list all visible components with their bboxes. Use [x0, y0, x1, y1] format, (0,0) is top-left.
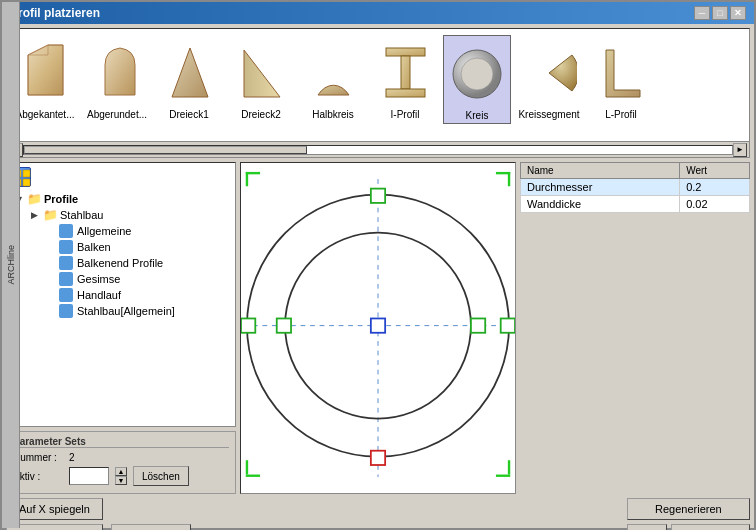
svg-rect-14 [508, 172, 510, 186]
abbrechen-button[interactable]: Abbrechen [671, 524, 750, 530]
gear-icon-allgemeine [59, 224, 73, 238]
canvas-area [240, 162, 516, 494]
profile-label-halbkreis: Halbkreis [312, 109, 354, 120]
profile-label-kreissegment: Kreissegment [518, 109, 579, 120]
mirror-buttons: Auf X spiegeln Auf Y spiegeln [6, 498, 103, 530]
profile-label-dreieck2: Dreieck2 [241, 109, 280, 120]
svg-rect-8 [23, 170, 30, 177]
props-cell-name-1: Wanddicke [521, 196, 680, 213]
drehwinkel-button[interactable]: Drehwinkel [111, 524, 191, 530]
bottom-right-buttons: Regenerieren Ok Abbrechen [627, 498, 750, 530]
tree-label-gesimse: Gesimse [77, 273, 120, 285]
svg-rect-26 [371, 451, 385, 465]
profile-label-lprofil: L-Profil [605, 109, 637, 120]
full-layout: ARCHline [2, 24, 754, 530]
svg-rect-24 [241, 318, 255, 332]
profile-item-lprofil[interactable]: L-Profil [587, 35, 655, 122]
tree-indent-children: Allgemeine Balken Ba [27, 223, 231, 319]
tree-arrow-stahlbau: ▶ [31, 210, 41, 220]
profile-label-abgerundet: Abgerundet... [87, 109, 147, 120]
props-row-1: Wanddicke0.02 [521, 196, 750, 213]
right-panel: Name Wert Durchmesser0.2Wanddicke0.02 [520, 162, 750, 494]
profile-thumb-dreieck2 [231, 37, 291, 107]
tree-label-stahlbau: Stahlbau [60, 209, 103, 221]
tree-item-balken[interactable]: Balken [43, 239, 231, 255]
tree-label-root: Profile [44, 193, 78, 205]
tree-label-balkenend: Balkenend Profile [77, 257, 163, 269]
profile-thumb-halbkreis [303, 37, 363, 107]
canvas-inner [241, 163, 515, 493]
profile-thumb-kreissegment [519, 37, 579, 107]
svg-rect-18 [508, 460, 510, 474]
profile-item-abgerundet[interactable]: Abgerundet... [83, 35, 151, 122]
profile-item-kreissegment[interactable]: Kreissegment [515, 35, 583, 122]
tree-item-root[interactable]: ▼ 📁 Profile [11, 191, 231, 207]
bottom-area: Auf X spiegeln Auf Y spiegeln Drehwinkel… [6, 498, 750, 530]
props-cell-wert-0: 0.2 [680, 179, 750, 196]
main-content: Abgekantet... Abgerundet... [2, 24, 754, 530]
action-buttons: Regenerieren Ok Abbrechen [627, 498, 750, 530]
left-panel: ▼ 📁 Profile ▶ 📁 Stahlbau [6, 162, 236, 494]
svg-rect-12 [246, 172, 248, 186]
svg-rect-27 [371, 318, 385, 332]
scrollbar-track[interactable] [23, 145, 733, 155]
param-aktiv-row: Aktiv : ▲ ▼ Löschen [13, 466, 229, 486]
ok-button[interactable]: Ok [627, 524, 667, 530]
profile-label-iprofil: I-Profil [391, 109, 420, 120]
drehwinkel-container: Drehwinkel [111, 498, 191, 530]
param-nummer-label: Nummer : [13, 452, 63, 463]
svg-point-6 [461, 58, 493, 90]
profile-item-kreis[interactable]: Kreis [443, 35, 511, 124]
svg-rect-10 [23, 179, 30, 186]
tree-indent-stahlbau: ▶ 📁 Stahlbau Allgemeine [11, 207, 231, 319]
main-area: ▼ 📁 Profile ▶ 📁 Stahlbau [6, 162, 750, 494]
param-aktiv-input[interactable] [69, 467, 109, 485]
title-bar: Profil platzieren ─ □ ✕ [2, 2, 754, 24]
tree-item-stahlbau[interactable]: ▶ 📁 Stahlbau [27, 207, 231, 223]
archline-sidebar: ARCHline [2, 2, 20, 528]
svg-rect-29 [471, 318, 485, 332]
scroll-right-button[interactable]: ► [733, 143, 747, 157]
tree-container: ▼ 📁 Profile ▶ 📁 Stahlbau [6, 162, 236, 427]
auf-y-spiegeln-button[interactable]: Auf Y spiegeln [6, 524, 103, 530]
window-title: Profil platzieren [10, 6, 100, 20]
spin-down-button[interactable]: ▼ [115, 476, 127, 485]
properties-table: Name Wert Durchmesser0.2Wanddicke0.02 [520, 162, 750, 213]
col-header-name: Name [521, 163, 680, 179]
tree-item-allgemeine[interactable]: Allgemeine [43, 223, 231, 239]
tree-item-gesimse[interactable]: Gesimse [43, 271, 231, 287]
tree-item-handlauf[interactable]: Handlauf [43, 287, 231, 303]
tree-item-stahlbau-allgemein[interactable]: Stahlbau[Allgemein] [43, 303, 231, 319]
minimize-button[interactable]: ─ [694, 6, 710, 20]
profile-thumb-dreieck1 [159, 37, 219, 107]
profile-item-dreieck1[interactable]: Dreieck1 [155, 35, 223, 122]
tree-label-allgemeine: Allgemeine [77, 225, 131, 237]
profile-gallery: Abgekantet... Abgerundet... [6, 28, 750, 158]
folder-icon-stahlbau: 📁 [43, 208, 58, 222]
tree-label-balken: Balken [77, 241, 111, 253]
regenerieren-button[interactable]: Regenerieren [627, 498, 750, 520]
profile-item-iprofil[interactable]: I-Profil [371, 35, 439, 122]
profile-item-dreieck2[interactable]: Dreieck2 [227, 35, 295, 122]
profile-thumb-kreis [447, 38, 507, 108]
loeschen-button[interactable]: Löschen [133, 466, 189, 486]
gear-icon-gesimse [59, 272, 73, 286]
title-bar-buttons: ─ □ ✕ [694, 6, 746, 20]
spin-up-button[interactable]: ▲ [115, 467, 127, 476]
scrollbar-thumb[interactable] [24, 146, 307, 154]
svg-marker-1 [244, 50, 280, 97]
profile-item-halbkreis[interactable]: Halbkreis [299, 35, 367, 122]
profile-item-abgekantet[interactable]: Abgekantet... [11, 35, 79, 122]
close-button[interactable]: ✕ [730, 6, 746, 20]
col-header-wert: Wert [680, 163, 750, 179]
svg-rect-4 [386, 89, 425, 97]
param-sets-title: Parameter Sets [13, 436, 229, 448]
bottom-left-buttons: Auf X spiegeln Auf Y spiegeln Drehwinkel [6, 498, 623, 530]
tree-label-stahlbau-allgemein: Stahlbau[Allgemein] [77, 305, 175, 317]
auf-x-spiegeln-button[interactable]: Auf X spiegeln [6, 498, 103, 520]
parameter-sets-panel: Parameter Sets Nummer : 2 Aktiv : ▲ ▼ [6, 431, 236, 494]
tree-item-balkenend[interactable]: Balkenend Profile [43, 255, 231, 271]
param-nummer-value: 2 [69, 452, 75, 463]
profile-thumb-abgerundet [87, 37, 147, 107]
maximize-button[interactable]: □ [712, 6, 728, 20]
